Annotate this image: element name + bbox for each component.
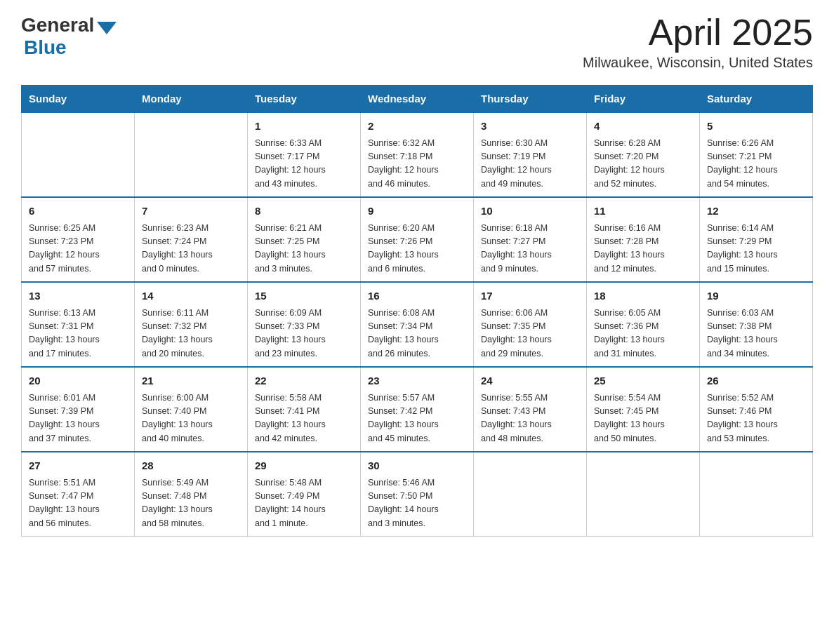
day-number: 13	[29, 288, 127, 304]
day-info: Sunrise: 5:46 AM Sunset: 7:50 PM Dayligh…	[368, 476, 466, 531]
calendar-cell	[700, 452, 813, 537]
day-info: Sunrise: 5:49 AM Sunset: 7:48 PM Dayligh…	[142, 476, 240, 531]
day-info: Sunrise: 6:01 AM Sunset: 7:39 PM Dayligh…	[29, 391, 127, 446]
calendar-cell: 16Sunrise: 6:08 AM Sunset: 7:34 PM Dayli…	[361, 282, 474, 367]
day-info: Sunrise: 6:26 AM Sunset: 7:21 PM Dayligh…	[707, 137, 805, 192]
day-number: 17	[481, 288, 579, 304]
day-info: Sunrise: 6:18 AM Sunset: 7:27 PM Dayligh…	[481, 222, 579, 276]
day-info: Sunrise: 5:54 AM Sunset: 7:45 PM Dayligh…	[594, 391, 692, 446]
week-row-5: 27Sunrise: 5:51 AM Sunset: 7:47 PM Dayli…	[22, 452, 813, 537]
calendar-cell: 13Sunrise: 6:13 AM Sunset: 7:31 PM Dayli…	[22, 282, 135, 367]
day-number: 9	[368, 203, 466, 220]
day-number: 26	[707, 373, 805, 389]
day-info: Sunrise: 6:00 AM Sunset: 7:40 PM Dayligh…	[142, 391, 240, 446]
weekday-header-sunday: Sunday	[22, 86, 135, 113]
day-number: 23	[368, 373, 466, 389]
calendar-cell: 12Sunrise: 6:14 AM Sunset: 7:29 PM Dayli…	[700, 197, 813, 282]
day-number: 10	[481, 203, 579, 220]
day-number: 27	[29, 458, 127, 474]
day-number: 20	[29, 373, 127, 389]
weekday-header-thursday: Thursday	[474, 86, 587, 113]
calendar-cell: 19Sunrise: 6:03 AM Sunset: 7:38 PM Dayli…	[700, 282, 813, 367]
weekday-header-monday: Monday	[135, 86, 248, 113]
calendar-cell: 27Sunrise: 5:51 AM Sunset: 7:47 PM Dayli…	[22, 452, 135, 537]
logo: General Blue	[21, 14, 117, 59]
calendar-cell: 9Sunrise: 6:20 AM Sunset: 7:26 PM Daylig…	[361, 197, 474, 282]
day-info: Sunrise: 6:16 AM Sunset: 7:28 PM Dayligh…	[594, 222, 692, 276]
calendar-cell	[587, 452, 700, 537]
day-info: Sunrise: 6:25 AM Sunset: 7:23 PM Dayligh…	[29, 222, 127, 276]
calendar-cell: 30Sunrise: 5:46 AM Sunset: 7:50 PM Dayli…	[361, 452, 474, 537]
day-number: 21	[142, 373, 240, 389]
calendar-cell: 5Sunrise: 6:26 AM Sunset: 7:21 PM Daylig…	[700, 112, 813, 197]
day-number: 3	[481, 119, 579, 135]
day-number: 4	[594, 119, 692, 135]
day-info: Sunrise: 6:30 AM Sunset: 7:19 PM Dayligh…	[481, 137, 579, 192]
weekday-header-row: SundayMondayTuesdayWednesdayThursdayFrid…	[22, 86, 813, 113]
day-number: 22	[255, 373, 353, 389]
weekday-header-wednesday: Wednesday	[361, 86, 474, 113]
day-info: Sunrise: 6:32 AM Sunset: 7:18 PM Dayligh…	[368, 137, 466, 192]
calendar-cell	[135, 112, 248, 197]
title-section: April 2025 Milwaukee, Wisconsin, United …	[583, 14, 813, 71]
calendar-cell: 2Sunrise: 6:32 AM Sunset: 7:18 PM Daylig…	[361, 112, 474, 197]
calendar-cell: 14Sunrise: 6:11 AM Sunset: 7:32 PM Dayli…	[135, 282, 248, 367]
day-info: Sunrise: 6:06 AM Sunset: 7:35 PM Dayligh…	[481, 307, 579, 361]
logo-blue-text: Blue	[24, 36, 67, 59]
day-info: Sunrise: 6:21 AM Sunset: 7:25 PM Dayligh…	[255, 222, 353, 276]
day-number: 6	[29, 203, 127, 220]
calendar-cell: 24Sunrise: 5:55 AM Sunset: 7:43 PM Dayli…	[474, 367, 587, 452]
day-number: 24	[481, 373, 579, 389]
day-info: Sunrise: 6:09 AM Sunset: 7:33 PM Dayligh…	[255, 307, 353, 361]
day-number: 28	[142, 458, 240, 474]
day-number: 7	[142, 203, 240, 220]
day-number: 19	[707, 288, 805, 304]
day-info: Sunrise: 6:05 AM Sunset: 7:36 PM Dayligh…	[594, 307, 692, 361]
calendar-table: SundayMondayTuesdayWednesdayThursdayFrid…	[21, 85, 813, 537]
day-info: Sunrise: 6:11 AM Sunset: 7:32 PM Dayligh…	[142, 307, 240, 361]
day-number: 16	[368, 288, 466, 304]
day-info: Sunrise: 5:52 AM Sunset: 7:46 PM Dayligh…	[707, 391, 805, 446]
calendar-cell: 21Sunrise: 6:00 AM Sunset: 7:40 PM Dayli…	[135, 367, 248, 452]
calendar-cell: 23Sunrise: 5:57 AM Sunset: 7:42 PM Dayli…	[361, 367, 474, 452]
week-row-4: 20Sunrise: 6:01 AM Sunset: 7:39 PM Dayli…	[22, 367, 813, 452]
day-info: Sunrise: 6:23 AM Sunset: 7:24 PM Dayligh…	[142, 222, 240, 276]
day-number: 25	[594, 373, 692, 389]
day-number: 5	[707, 119, 805, 135]
day-info: Sunrise: 6:14 AM Sunset: 7:29 PM Dayligh…	[707, 222, 805, 276]
day-number: 11	[594, 203, 692, 220]
calendar-cell: 20Sunrise: 6:01 AM Sunset: 7:39 PM Dayli…	[22, 367, 135, 452]
weekday-header-friday: Friday	[587, 86, 700, 113]
logo-general-text: General	[21, 14, 94, 36]
day-number: 12	[707, 203, 805, 220]
calendar-cell: 11Sunrise: 6:16 AM Sunset: 7:28 PM Dayli…	[587, 197, 700, 282]
day-info: Sunrise: 6:20 AM Sunset: 7:26 PM Dayligh…	[368, 222, 466, 276]
day-number: 1	[255, 119, 353, 135]
day-info: Sunrise: 5:58 AM Sunset: 7:41 PM Dayligh…	[255, 391, 353, 446]
calendar-cell: 26Sunrise: 5:52 AM Sunset: 7:46 PM Dayli…	[700, 367, 813, 452]
calendar-cell	[22, 112, 135, 197]
day-info: Sunrise: 6:03 AM Sunset: 7:38 PM Dayligh…	[707, 307, 805, 361]
day-info: Sunrise: 6:28 AM Sunset: 7:20 PM Dayligh…	[594, 137, 692, 192]
day-info: Sunrise: 6:08 AM Sunset: 7:34 PM Dayligh…	[368, 307, 466, 361]
calendar-cell: 28Sunrise: 5:49 AM Sunset: 7:48 PM Dayli…	[135, 452, 248, 537]
calendar-cell: 17Sunrise: 6:06 AM Sunset: 7:35 PM Dayli…	[474, 282, 587, 367]
day-info: Sunrise: 5:57 AM Sunset: 7:42 PM Dayligh…	[368, 391, 466, 446]
calendar-cell: 15Sunrise: 6:09 AM Sunset: 7:33 PM Dayli…	[248, 282, 361, 367]
day-number: 29	[255, 458, 353, 474]
calendar-cell: 8Sunrise: 6:21 AM Sunset: 7:25 PM Daylig…	[248, 197, 361, 282]
day-info: Sunrise: 5:55 AM Sunset: 7:43 PM Dayligh…	[481, 391, 579, 446]
logo-arrow-icon	[97, 22, 117, 34]
calendar-cell: 29Sunrise: 5:48 AM Sunset: 7:49 PM Dayli…	[248, 452, 361, 537]
day-number: 14	[142, 288, 240, 304]
day-number: 8	[255, 203, 353, 220]
calendar-cell	[474, 452, 587, 537]
calendar-cell: 25Sunrise: 5:54 AM Sunset: 7:45 PM Dayli…	[587, 367, 700, 452]
calendar-cell: 22Sunrise: 5:58 AM Sunset: 7:41 PM Dayli…	[248, 367, 361, 452]
weekday-header-tuesday: Tuesday	[248, 86, 361, 113]
month-title: April 2025	[583, 14, 813, 51]
location-text: Milwaukee, Wisconsin, United States	[583, 55, 813, 71]
day-info: Sunrise: 5:48 AM Sunset: 7:49 PM Dayligh…	[255, 476, 353, 531]
week-row-1: 1Sunrise: 6:33 AM Sunset: 7:17 PM Daylig…	[22, 112, 813, 197]
day-info: Sunrise: 5:51 AM Sunset: 7:47 PM Dayligh…	[29, 476, 127, 531]
